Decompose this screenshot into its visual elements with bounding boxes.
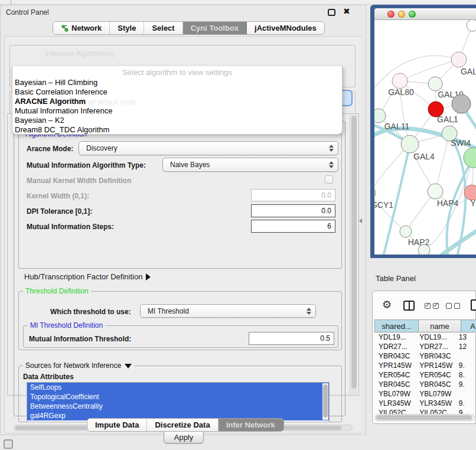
mi-threshold-input[interactable]: 0.5 <box>249 332 334 345</box>
tab-jactivemnodules[interactable]: jActiveMNodules <box>247 22 324 34</box>
mi-steps-label: Mutual Information Steps: <box>27 223 114 231</box>
table-cell: YDL19... <box>374 332 415 342</box>
aracne-mode-combobox[interactable]: Discovery <box>79 141 338 155</box>
control-panel-tabbar: NetworkStyleSelectCyni ToolboxjActiveMNo… <box>53 21 325 35</box>
table-row[interactable]: YBR043CYBR043C <box>374 351 476 361</box>
dpi-tolerance-input[interactable]: 0.0 <box>251 204 335 217</box>
apply-button[interactable]: Apply <box>164 431 204 444</box>
dropdown-item[interactable]: Basic Correlation Inference <box>12 87 342 97</box>
node-gal4[interactable] <box>401 135 419 153</box>
table-row[interactable]: YDR27...YDR27...12 <box>374 342 476 351</box>
node-gal[interactable] <box>451 52 467 67</box>
column-header-a[interactable]: A <box>461 319 476 332</box>
node-gal10[interactable] <box>428 77 442 91</box>
float-window-icon[interactable] <box>328 9 335 16</box>
table-row[interactable]: YER054CYER054C8. <box>374 370 476 380</box>
attributes-list-scrollbar[interactable] <box>322 383 328 420</box>
node-label-swi4: SWI4 <box>451 138 471 148</box>
manual-kernel-label: Manual Kernel Width Definition <box>27 177 131 185</box>
mi-type-combobox[interactable]: Naive Bayes <box>162 158 338 172</box>
table-cell: YPR145W <box>374 361 415 370</box>
table-cell: YBR043C <box>374 351 415 361</box>
close-icon[interactable]: ✖ <box>343 6 350 16</box>
mi-steps-input[interactable]: 6 <box>251 220 335 233</box>
gear-icon[interactable]: ⚙ <box>382 299 392 310</box>
threshold-definition-title: Threshold Definition <box>23 287 91 295</box>
bottom-tab-impute-data[interactable]: Impute Data <box>87 419 147 431</box>
table-row[interactable]: YBR045CYBR045C9. <box>374 380 476 389</box>
table-row[interactable]: YPR145WYPR145W9. <box>374 361 476 370</box>
node-label-gal80: GAL80 <box>388 87 414 97</box>
node-unlabeled[interactable] <box>418 244 430 255</box>
hub-definition-label: Hub/Transcription Factor Definition <box>24 272 142 281</box>
mi-threshold-label: Mutual Information Threshold: <box>29 335 131 343</box>
attribute-list-item[interactable]: TopologicalCoefficient <box>27 392 329 402</box>
mi-type-value: Naive Bayes <box>170 161 210 169</box>
attribute-list-item[interactable]: BetweennessCentrality <box>27 402 329 411</box>
tab-label: Style <box>118 24 136 32</box>
table-row[interactable]: YBL079WYBL079W <box>374 389 476 399</box>
table-horizontal-scrollbar[interactable] <box>374 414 475 421</box>
dropdown-item[interactable]: Bayesian – Hill Climbing <box>12 78 342 87</box>
network-canvas[interactable]: GALGAL80GAL10GAL1GAL11GAL4SWI4HAP4YGCY1H… <box>374 20 476 255</box>
network-nodes[interactable]: GALGAL80GAL10GAL1GAL11GAL4SWI4HAP4YGCY1H… <box>374 20 476 255</box>
column-header-name[interactable]: name <box>419 319 461 332</box>
column-header-shared[interactable]: shared... <box>374 319 419 332</box>
deselect-all-columns-icon[interactable] <box>446 303 460 309</box>
dropdown-item[interactable]: Mutual Information Inference <box>12 106 342 116</box>
network-window-titlebar[interactable] <box>374 8 476 20</box>
close-traffic-light-icon[interactable] <box>387 11 395 18</box>
attribute-list-item[interactable]: SelfLoops <box>27 383 329 392</box>
kernel-width-input[interactable]: 0.0 <box>251 189 335 201</box>
table-cell: YBR043C <box>415 351 455 361</box>
top-strip <box>0 0 476 5</box>
node-gal11[interactable] <box>374 109 386 123</box>
minimize-traffic-light-icon[interactable] <box>398 11 405 18</box>
table-cell: YER054C <box>415 370 455 380</box>
dropdown-item-list: Bayesian – Hill ClimbingBasic Correlatio… <box>12 78 342 135</box>
settings-scroll-viewport: Cyni Algorithm Settings Algorithm Defini… <box>7 113 359 396</box>
ghost-inference-label: Inference Algorithm(s) <box>45 50 114 58</box>
table-row[interactable]: YDL19...YDL19...13 <box>374 332 476 342</box>
combo-spinner-icon <box>329 145 334 152</box>
node-unlabeled[interactable] <box>452 94 471 113</box>
bottom-tab-infer-network[interactable]: Infer Network <box>219 419 283 431</box>
panel-title: Control Panel <box>6 8 49 17</box>
dropdown-item[interactable]: Dream8 DC_TDC Algorithm <box>12 125 342 135</box>
hub-definition-expander[interactable]: Hub/Transcription Factor Definition <box>24 272 151 281</box>
tab-select[interactable]: Select <box>144 22 182 34</box>
node-gcy1[interactable] <box>374 187 376 200</box>
node-gal80[interactable] <box>392 73 407 89</box>
bottom-tab-discretize-data[interactable]: Discretize Data <box>147 419 218 431</box>
table-header-row: shared...nameA <box>374 319 476 332</box>
mini-panel-grip-icon[interactable] <box>4 439 13 449</box>
split-columns-icon[interactable] <box>403 301 415 311</box>
node-hap2[interactable] <box>400 226 412 237</box>
dropdown-item[interactable]: Bayesian – K2 <box>12 116 342 125</box>
which-threshold-label: Which threshold to use: <box>50 308 131 316</box>
zoom-traffic-light-icon[interactable] <box>409 11 416 18</box>
select-all-columns-icon[interactable] <box>425 303 439 309</box>
table-row[interactable]: YLR345WYLR345W9. <box>374 399 476 408</box>
node-unlabeled[interactable] <box>467 20 476 31</box>
node-label-gal4: GAL4 <box>413 152 435 161</box>
tab-style[interactable]: Style <box>110 22 144 34</box>
document-icon[interactable] <box>471 299 476 311</box>
node-unlabeled[interactable] <box>464 148 476 168</box>
panel-splitter[interactable] <box>362 5 363 435</box>
manual-kernel-checkbox[interactable] <box>325 175 333 184</box>
node-hap4[interactable] <box>428 184 443 199</box>
tab-network[interactable]: Network <box>53 22 110 34</box>
table-cell: YER054C <box>374 370 415 380</box>
node-label-gcy1: GCY1 <box>374 200 393 210</box>
settings-vertical-scrollbar[interactable] <box>350 115 357 394</box>
sources-group-title[interactable]: Sources for Network Inference <box>23 361 134 370</box>
tab-label: Impute Data <box>95 420 139 429</box>
splitter-collapse-arrow-icon[interactable] <box>359 219 362 223</box>
tab-cyni-toolbox[interactable]: Cyni Toolbox <box>183 22 247 34</box>
table-panel-title: Table Panel <box>376 274 416 283</box>
table-cell: YDL19... <box>415 332 455 342</box>
table-cell: 9. <box>455 399 476 408</box>
which-threshold-combobox[interactable]: MI Threshold <box>140 304 316 318</box>
node-label-hap4: HAP4 <box>437 198 459 208</box>
